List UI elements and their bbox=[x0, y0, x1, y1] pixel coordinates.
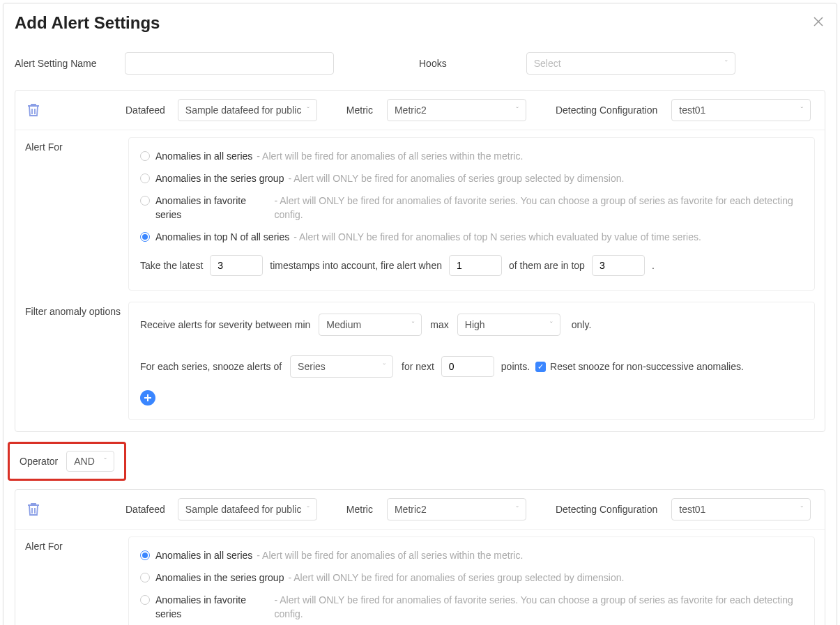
topn-timestamps-input[interactable] bbox=[210, 255, 263, 276]
config-block-2: Datafeed Sample datafeed for public ˇ Me… bbox=[15, 489, 825, 625]
metric-label: Metric bbox=[346, 105, 373, 116]
close-icon[interactable] bbox=[813, 16, 824, 29]
radio-series-group[interactable] bbox=[140, 173, 150, 183]
reset-snooze-checkbox[interactable]: ✓ bbox=[535, 362, 546, 372]
operator-label: Operator bbox=[20, 456, 58, 467]
datafeed-select[interactable]: Sample datafeed for public ˇ bbox=[178, 99, 317, 121]
radio-favorite-series[interactable] bbox=[140, 196, 150, 206]
hooks-label: Hooks bbox=[419, 58, 447, 69]
add-filter-button[interactable] bbox=[140, 390, 155, 406]
delete-block-icon[interactable] bbox=[25, 501, 42, 518]
hooks-select-placeholder: Select bbox=[534, 58, 561, 69]
alert-for-label: Alert For bbox=[25, 137, 128, 291]
operator-row: Operator ANDˇ bbox=[8, 442, 126, 481]
hooks-select[interactable]: Select ˇ bbox=[526, 52, 735, 75]
chevron-down-icon: ˇ bbox=[383, 362, 385, 371]
chevron-down-icon: ˇ bbox=[801, 106, 804, 114]
detecting-config-label: Detecting Configuration bbox=[556, 105, 657, 116]
metric-select[interactable]: Metric2 ˇ bbox=[387, 99, 526, 121]
metric-label: Metric bbox=[346, 504, 373, 515]
detecting-config-label: Detecting Configuration bbox=[556, 504, 657, 515]
radio-top-n[interactable] bbox=[140, 232, 150, 242]
alert-setting-name-input[interactable] bbox=[125, 52, 334, 75]
radio-all-series[interactable] bbox=[140, 550, 150, 560]
chevron-down-icon: ˇ bbox=[412, 321, 415, 329]
chevron-down-icon: ˇ bbox=[307, 106, 310, 114]
datafeed-label: Datafeed bbox=[125, 504, 165, 515]
snooze-series-select[interactable]: Seriesˇ bbox=[290, 355, 393, 378]
severity-max-select[interactable]: Highˇ bbox=[457, 314, 560, 336]
config-block-1: Datafeed Sample datafeed for public ˇ Me… bbox=[15, 90, 825, 432]
radio-series-group[interactable] bbox=[140, 573, 150, 582]
chevron-down-icon: ˇ bbox=[801, 505, 804, 514]
chevron-down-icon: ˇ bbox=[516, 106, 519, 114]
alert-setting-name-label: Alert Setting Name bbox=[15, 58, 125, 69]
chevron-down-icon: ˇ bbox=[516, 505, 519, 514]
dialog-title: Add Alert Settings bbox=[15, 13, 825, 33]
metric-select[interactable]: Metric2 ˇ bbox=[387, 498, 526, 520]
detecting-config-select[interactable]: test01 ˇ bbox=[671, 498, 811, 520]
snooze-points-input[interactable] bbox=[441, 356, 494, 377]
radio-favorite-series[interactable] bbox=[140, 595, 150, 605]
chevron-down-icon: ˇ bbox=[104, 457, 107, 465]
alert-for-label: Alert For bbox=[25, 537, 128, 625]
chevron-down-icon: ˇ bbox=[307, 505, 310, 514]
datafeed-label: Datafeed bbox=[125, 105, 165, 116]
radio-all-series[interactable] bbox=[140, 151, 150, 161]
delete-block-icon[interactable] bbox=[25, 102, 42, 118]
topn-top-input[interactable] bbox=[592, 255, 645, 276]
datafeed-select[interactable]: Sample datafeed for public ˇ bbox=[178, 498, 317, 520]
topn-when-input[interactable] bbox=[449, 255, 502, 276]
operator-select[interactable]: ANDˇ bbox=[66, 451, 114, 472]
chevron-down-icon: ˇ bbox=[725, 59, 728, 68]
severity-min-select[interactable]: Mediumˇ bbox=[319, 314, 422, 336]
add-alert-settings-dialog: Add Alert Settings Alert Setting Name Ho… bbox=[3, 3, 837, 625]
chevron-down-icon: ˇ bbox=[550, 321, 553, 329]
filter-options-label: Filter anomaly options bbox=[25, 302, 128, 420]
detecting-config-select[interactable]: test01 ˇ bbox=[671, 99, 811, 121]
